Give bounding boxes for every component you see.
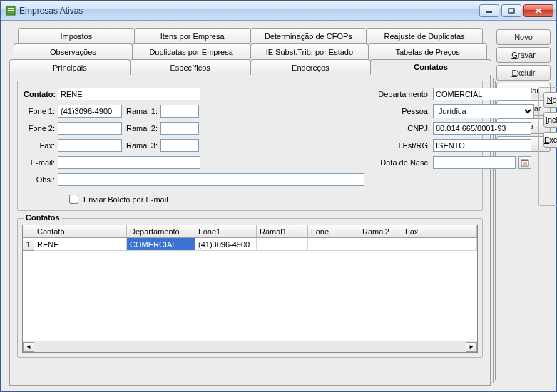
label-data-nasc: Data de Nasc: <box>374 158 430 167</box>
svg-rect-2 <box>8 10 14 11</box>
grid-header-ramal2[interactable]: Ramal2 <box>359 225 402 238</box>
row-number: 1 <box>23 238 34 251</box>
grid-header-rownum <box>23 225 34 238</box>
gravar-button[interactable]: Gravar <box>496 47 551 63</box>
tab-ie-subst-trib[interactable]: IE Subst.Trib. por Estado <box>250 43 369 59</box>
contacts-legend: Contatos <box>24 213 62 222</box>
label-ramal2: Ramal 2: <box>125 124 158 133</box>
contato-input[interactable] <box>58 88 200 100</box>
svg-rect-1 <box>8 8 14 9</box>
svg-rect-8 <box>521 160 528 161</box>
tab-determinacao-cfops[interactable]: Determinação de CFOPs <box>250 28 367 43</box>
scroll-right-button[interactable]: ► <box>466 342 477 352</box>
cell-contato[interactable]: RENE <box>34 238 127 251</box>
cell-fone[interactable] <box>308 238 359 251</box>
label-email: E-mail: <box>24 158 55 167</box>
tab-reajuste-duplicatas[interactable]: Reajuste de Duplicatas <box>366 28 483 43</box>
grid-header: Contato Departamento Fone1 Ramal1 Fone R… <box>23 225 477 238</box>
iest-input[interactable] <box>433 139 531 152</box>
tab-impostos[interactable]: Impostos <box>18 28 135 43</box>
tab-contatos[interactable]: Contatos <box>370 59 491 75</box>
ramal3-input[interactable] <box>160 139 199 152</box>
fax-input[interactable] <box>58 139 122 152</box>
grid-header-departamento[interactable]: Departamento <box>127 225 195 238</box>
grid-header-fone1[interactable]: Fone1 <box>195 225 257 238</box>
fone1-input[interactable] <box>58 105 122 118</box>
close-button[interactable] <box>523 4 553 17</box>
contacts-grid[interactable]: Contato Departamento Fone1 Ramal1 Fone R… <box>22 225 478 353</box>
main-area: Impostos Itens por Empresa Determinação … <box>6 28 492 386</box>
maximize-button[interactable] <box>501 4 521 17</box>
pessoa-select[interactable]: Jurídica <box>433 104 534 118</box>
tab-observacoes[interactable]: Observações <box>14 43 133 59</box>
svg-rect-4 <box>509 9 514 13</box>
label-fone1: Fone 1: <box>24 107 55 115</box>
cell-ramal2[interactable] <box>359 238 402 251</box>
label-departamento: Departamento: <box>374 90 430 98</box>
grid-body: 1 RENE COMERCIAL (41)3096-4900 <box>23 238 477 341</box>
app-window: Empresas Ativas Impostos Itens por Empre… <box>0 0 557 392</box>
tab-principais[interactable]: Principais <box>9 59 131 75</box>
grid-header-ramal1[interactable]: Ramal1 <box>257 225 308 238</box>
label-cnpj: CNPJ: <box>374 124 430 133</box>
excluir-button[interactable]: Excluir <box>496 65 551 81</box>
window-title: Empresas Ativas <box>19 6 479 16</box>
cell-departamento[interactable]: COMERCIAL <box>127 238 195 251</box>
tab-itens-empresa[interactable]: Itens por Empresa <box>134 28 251 43</box>
label-fone2: Fone 2: <box>24 124 55 133</box>
grid-header-fax[interactable]: Fax <box>402 225 477 238</box>
label-obs: Obs.: <box>24 175 55 184</box>
cnpj-input[interactable] <box>433 122 531 135</box>
label-enviar-boleto: Enviar Boleto por E-mail <box>83 195 168 204</box>
departamento-input[interactable] <box>433 88 531 100</box>
novo-button[interactable]: Novo <box>496 29 551 45</box>
tab-especificos[interactable]: Específicos <box>130 59 251 75</box>
label-ramal1: Ramal 1: <box>125 107 158 115</box>
ramal1-input[interactable] <box>160 105 199 118</box>
side-button-panel: Novo Gravar Excluir Cancelar Pesquisar A… <box>496 28 551 386</box>
app-icon <box>5 5 16 16</box>
tab-tabelas-precos[interactable]: Tabelas de Preços <box>368 43 487 59</box>
calendar-icon[interactable] <box>518 156 531 169</box>
tab-duplicatas-empresa[interactable]: Duplicatas por Empresa <box>132 43 251 59</box>
minimize-button[interactable] <box>479 4 499 17</box>
label-fax: Fax: <box>24 141 55 150</box>
label-pessoa: Pessoa: <box>374 107 430 115</box>
grid-header-contato[interactable]: Contato <box>34 225 127 238</box>
grid-header-fone[interactable]: Fone <box>308 225 359 238</box>
contact-novo-button[interactable]: Novo <box>543 92 557 108</box>
cell-ramal1[interactable] <box>257 238 308 251</box>
titlebar: Empresas Ativas <box>1 1 556 21</box>
svg-rect-3 <box>486 11 492 13</box>
email-input[interactable] <box>58 156 200 169</box>
cell-fone1[interactable]: (41)3096-4900 <box>195 238 257 251</box>
tab-page-contatos: Contato: Fone 1: Ramal 1: <box>9 75 491 386</box>
enviar-boleto-checkbox[interactable] <box>69 195 78 204</box>
scroll-left-button[interactable]: ◄ <box>23 342 34 352</box>
label-ramal3: Ramal 3: <box>125 141 158 150</box>
tab-enderecos[interactable]: Endereços <box>250 59 372 75</box>
contact-excluir-button[interactable]: Excluir <box>543 132 557 148</box>
data-nasc-input[interactable] <box>433 156 516 169</box>
fone2-input[interactable] <box>58 122 122 135</box>
cell-fax[interactable] <box>402 238 477 251</box>
label-contato: Contato: <box>24 90 55 98</box>
horizontal-scrollbar[interactable]: ◄ ► <box>23 341 477 352</box>
contacts-grid-group: Contatos Contato Departamento Fone1 Rama… <box>17 218 483 358</box>
contact-form: Contato: Fone 1: Ramal 1: <box>17 81 483 211</box>
ramal2-input[interactable] <box>160 122 199 135</box>
table-row[interactable]: 1 RENE COMERCIAL (41)3096-4900 <box>23 238 477 251</box>
label-iest: I.Est/RG: <box>374 141 430 150</box>
contact-mini-buttons: Novo Incluir Excluir <box>538 87 557 206</box>
obs-input[interactable] <box>58 173 364 186</box>
contact-incluir-button[interactable]: Incluir <box>543 112 557 128</box>
